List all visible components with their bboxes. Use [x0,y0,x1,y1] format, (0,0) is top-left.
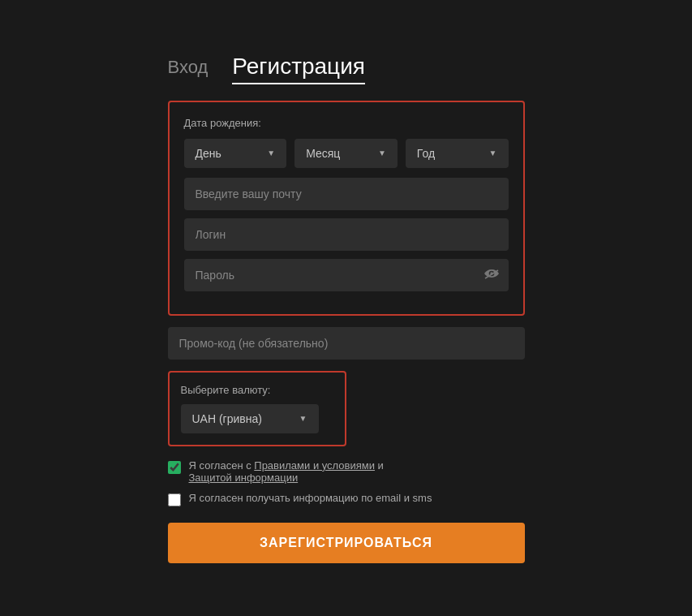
month-label: Месяц [306,147,340,160]
terms-checkbox[interactable] [168,461,181,474]
dob-label: Дата рождения: [184,117,509,129]
tabs-row: Вход Регистрация [168,54,525,84]
email-sms-text: Я согласен получать информацию по email … [189,492,432,504]
terms-text-prefix: Я согласен с [189,459,255,472]
year-chevron-icon: ▼ [489,149,497,157]
year-dropdown[interactable]: Год ▼ [406,139,509,168]
day-dropdown[interactable]: День ▼ [184,139,287,168]
promo-field[interactable] [168,327,525,360]
register-button[interactable]: ЗАРЕГИСТРИРОВАТЬСЯ [168,523,525,563]
month-dropdown[interactable]: Месяц ▼ [294,139,398,168]
currency-chevron-icon: ▼ [299,414,307,423]
tab-register[interactable]: Регистрация [232,54,365,84]
currency-value: UAH (гривна) [192,412,262,425]
currency-label: Выберите валюту: [181,384,333,396]
password-wrapper [184,259,509,291]
email-sms-checkbox[interactable] [168,493,181,506]
registration-section: Дата рождения: День ▼ Месяц ▼ Год ▼ [168,101,525,316]
login-field[interactable] [184,218,509,251]
main-container: Вход Регистрация Дата рождения: День ▼ М… [152,37,541,579]
eye-icon[interactable] [484,268,499,282]
terms-and: и [375,459,384,472]
checkbox-email-row: Я согласен получать информацию по email … [168,492,525,506]
currency-dropdown[interactable]: UAH (гривна) ▼ [181,404,319,433]
terms-link[interactable]: Правилами и условиями [254,459,375,472]
terms-text: Я согласен с Правилами и условиями и Защ… [189,459,384,484]
day-chevron-icon: ▼ [267,149,275,157]
day-label: День [196,147,221,160]
email-field[interactable] [184,178,509,210]
date-row: День ▼ Месяц ▼ Год ▼ [184,139,509,168]
year-label: Год [417,147,435,160]
month-chevron-icon: ▼ [378,149,386,157]
privacy-link[interactable]: Защитой информации [189,472,299,484]
currency-section: Выберите валюту: UAH (гривна) ▼ [168,371,346,446]
tab-login[interactable]: Вход [168,57,208,81]
checkbox-terms-row: Я согласен с Правилами и условиями и Защ… [168,459,525,484]
password-field[interactable] [184,259,509,291]
